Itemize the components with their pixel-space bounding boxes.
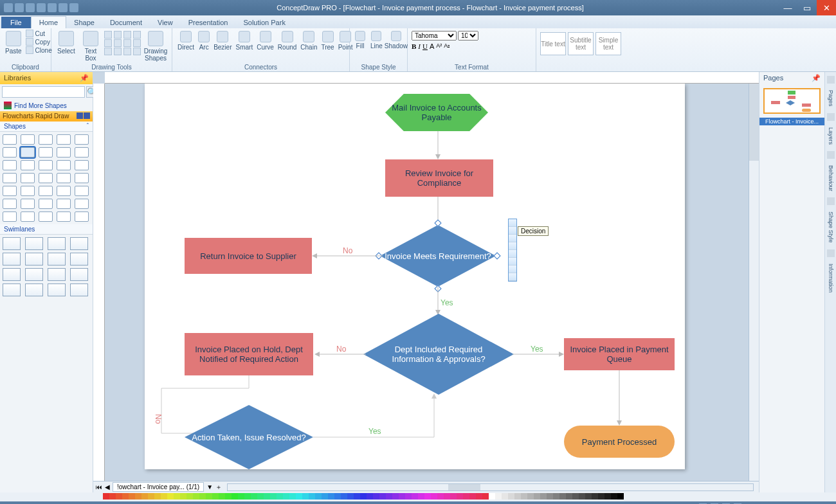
tab-solution-park[interactable]: Solution Park xyxy=(235,17,293,28)
shape-item[interactable] xyxy=(75,134,89,145)
fill-button[interactable]: Fill xyxy=(354,30,367,51)
node-payment-processed[interactable]: Payment Processed xyxy=(564,426,675,458)
minimize-button[interactable]: — xyxy=(778,0,797,15)
quicktool-icon[interactable] xyxy=(509,227,516,235)
color-swatch[interactable] xyxy=(489,493,495,500)
swimlane-item[interactable] xyxy=(48,253,66,266)
find-more-shapes-link[interactable]: Find More Shapes xyxy=(0,100,93,111)
shape-item[interactable] xyxy=(3,147,17,158)
copy-button[interactable]: Copy xyxy=(26,38,52,46)
tab-home[interactable]: Home xyxy=(31,16,66,28)
line-button[interactable]: Line xyxy=(369,30,384,51)
shape-item[interactable] xyxy=(21,199,35,209)
subscript-button[interactable]: A₂ xyxy=(444,42,450,50)
tool-icon[interactable] xyxy=(123,39,131,47)
color-swatch[interactable] xyxy=(309,493,315,500)
qat-icon[interactable] xyxy=(37,3,46,12)
color-swatch[interactable] xyxy=(444,493,450,500)
tool-icon[interactable] xyxy=(104,39,112,47)
tool-icon[interactable] xyxy=(114,31,122,39)
shape-item[interactable] xyxy=(39,160,53,170)
color-swatch[interactable] xyxy=(167,493,174,500)
shape-item[interactable] xyxy=(57,173,71,183)
swimlane-item[interactable] xyxy=(3,268,21,281)
tool-icon[interactable] xyxy=(114,39,122,47)
shape-item[interactable] xyxy=(75,186,89,196)
color-swatch[interactable] xyxy=(174,493,180,500)
lib-collapse-icon[interactable] xyxy=(77,113,83,119)
shape-item[interactable] xyxy=(21,186,35,196)
color-swatch[interactable] xyxy=(617,493,624,500)
color-swatch[interactable] xyxy=(463,493,469,500)
color-swatch[interactable] xyxy=(141,493,148,500)
cut-button[interactable]: Cut xyxy=(26,30,52,37)
shape-item[interactable] xyxy=(3,186,17,196)
tool-icon[interactable] xyxy=(104,31,112,39)
shape-item[interactable] xyxy=(21,160,35,170)
color-swatch[interactable] xyxy=(277,493,283,500)
strike-button[interactable]: A xyxy=(430,42,434,50)
shape-item[interactable] xyxy=(39,173,53,183)
color-swatch[interactable] xyxy=(238,493,244,500)
color-swatch[interactable] xyxy=(347,493,354,500)
shape-item[interactable] xyxy=(75,147,89,158)
side-tab-icon[interactable] xyxy=(827,113,835,121)
shape-item[interactable] xyxy=(3,212,17,222)
color-swatch[interactable] xyxy=(386,493,392,500)
shape-item[interactable] xyxy=(75,173,89,183)
swimlane-item[interactable] xyxy=(3,253,21,266)
color-swatch[interactable] xyxy=(534,493,540,500)
qat-icon[interactable] xyxy=(15,3,24,12)
color-swatch[interactable] xyxy=(186,493,193,500)
shape-item[interactable] xyxy=(57,160,71,170)
shape-item-selected[interactable] xyxy=(21,147,35,158)
color-swatch[interactable] xyxy=(129,493,135,500)
style-simple[interactable]: Simple text xyxy=(595,32,621,55)
shape-item[interactable] xyxy=(39,134,53,145)
tool-icon[interactable] xyxy=(133,39,141,47)
tab-document[interactable]: Document xyxy=(102,17,150,28)
side-tab-information[interactable]: Information xyxy=(827,261,835,295)
qat-icon[interactable] xyxy=(59,3,68,12)
connector-bezier[interactable]: Bezier xyxy=(212,30,233,52)
color-swatch[interactable] xyxy=(527,493,534,500)
page-tab[interactable]: !owchart - Invoice pay... (1/1) xyxy=(113,482,204,492)
swimlane-item[interactable] xyxy=(25,268,43,281)
fontsize-select[interactable]: 10 xyxy=(458,31,478,40)
color-swatch[interactable] xyxy=(244,493,251,500)
color-swatch[interactable] xyxy=(283,493,289,500)
color-swatch[interactable] xyxy=(180,493,186,500)
swimlane-item[interactable] xyxy=(70,284,88,296)
side-tab-shapestyle[interactable]: Shape Style xyxy=(827,209,835,246)
color-swatch[interactable] xyxy=(450,493,457,500)
horizontal-scrollbar[interactable] xyxy=(227,483,754,491)
swimlane-item[interactable] xyxy=(48,268,66,281)
shadow-button[interactable]: Shadow xyxy=(386,30,406,51)
color-swatch[interactable] xyxy=(103,493,109,500)
color-swatch[interactable] xyxy=(424,493,431,500)
color-swatch[interactable] xyxy=(482,493,489,500)
color-swatch[interactable] xyxy=(604,493,611,500)
style-title[interactable]: Title text xyxy=(540,32,566,55)
color-swatch[interactable] xyxy=(354,493,360,500)
color-swatch[interactable] xyxy=(437,493,444,500)
quicktool-icon[interactable] xyxy=(509,235,516,242)
color-swatch[interactable] xyxy=(154,493,161,500)
side-tab-icon[interactable] xyxy=(827,197,835,205)
select-button[interactable]: Select xyxy=(55,30,77,56)
node-decision-meets[interactable]: Invoice Meets Requirement? xyxy=(380,225,496,287)
color-swatch[interactable] xyxy=(328,493,334,500)
file-tab[interactable]: File xyxy=(1,17,31,28)
color-swatch[interactable] xyxy=(116,493,122,500)
shape-item[interactable] xyxy=(39,186,53,196)
scrollbar-thumb[interactable] xyxy=(448,484,480,491)
qat-icon[interactable] xyxy=(69,3,78,12)
shape-item[interactable] xyxy=(21,173,35,183)
lib-close-icon[interactable] xyxy=(84,113,90,119)
close-button[interactable]: ✕ xyxy=(817,0,836,15)
swimlane-item[interactable] xyxy=(25,237,43,250)
color-swatch[interactable] xyxy=(399,493,405,500)
selection-quick-toolbar[interactable] xyxy=(508,219,517,282)
shape-item[interactable] xyxy=(3,134,17,145)
tool-icon[interactable] xyxy=(104,48,112,55)
